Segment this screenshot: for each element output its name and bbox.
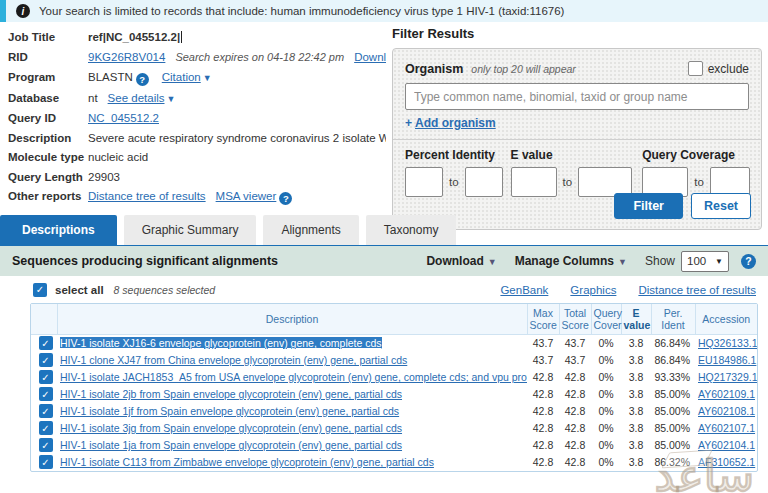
row-checkbox[interactable]: ✓: [39, 336, 53, 350]
tab-alignments[interactable]: Alignments: [263, 215, 358, 245]
sequence-description-link[interactable]: HIV-1 isolate 3jg from Spain envelope gl…: [60, 422, 402, 434]
query-cover-value: 0%: [591, 403, 621, 420]
description-label: Description: [8, 129, 88, 149]
accession-link[interactable]: AY602109.1: [698, 388, 755, 400]
query-cover-value: 0%: [591, 335, 621, 352]
accession-link[interactable]: HQ326133.1: [698, 337, 757, 349]
header-description[interactable]: Description: [57, 304, 527, 335]
total-score-value: 42.8: [559, 437, 591, 454]
max-score-value: 42.8: [527, 437, 559, 454]
e-value: 3.8: [621, 369, 651, 386]
header-max-score[interactable]: Max Score: [527, 304, 559, 335]
row-checkbox[interactable]: ✓: [39, 387, 53, 401]
other-reports-row: Other reports Distance tree of resultsMS…: [8, 187, 386, 207]
program-value: BLASTN: [88, 71, 133, 83]
sequence-description-link[interactable]: HIV-1 isolate JACH1853_A5 from USA envel…: [60, 371, 527, 383]
row-checkbox[interactable]: ✓: [39, 438, 53, 452]
show-count-select[interactable]: 100▼: [681, 251, 729, 272]
table-row: ✓ HIV-1 isolate XJ16-6 envelope glycopro…: [31, 335, 757, 352]
results-title: Sequences producing significant alignmen…: [12, 254, 278, 268]
selection-count: 8 sequences selected: [114, 284, 216, 296]
msa-viewer-link[interactable]: MSA viewer: [216, 190, 277, 202]
results-toolbar: Sequences producing significant alignmen…: [0, 246, 768, 276]
header-e-value[interactable]: E value: [621, 304, 651, 335]
sequence-description-link[interactable]: HIV-1 isolate 2jb from Spain envelope gl…: [60, 388, 402, 400]
table-row: ✓ HIV-1 isolate JACH1853_A5 from USA env…: [31, 369, 757, 386]
accession-link[interactable]: AF310652.1: [698, 456, 755, 468]
e-value: 3.8: [621, 335, 651, 352]
row-checkbox[interactable]: ✓: [39, 421, 53, 435]
e-value: 3.8: [621, 403, 651, 420]
query-id-link[interactable]: NC_045512.2: [88, 112, 159, 124]
table-row: ✓ HIV-1 isolate 2jb from Spain envelope …: [31, 386, 757, 403]
distance-tree-link[interactable]: Distance tree of results: [88, 190, 206, 202]
tab-taxonomy[interactable]: Taxonomy: [366, 215, 457, 245]
table-row: ✓ HIV-1 clone XJ47 from China envelope g…: [31, 352, 757, 369]
download-menu[interactable]: Download▼: [426, 254, 496, 268]
add-organism-link[interactable]: +Add organism: [405, 116, 496, 130]
exclude-checkbox[interactable]: [688, 61, 703, 76]
accession-link[interactable]: AY602108.1: [698, 405, 755, 417]
accession-link[interactable]: AY602107.1: [698, 422, 755, 434]
tab-graphic-summary[interactable]: Graphic Summary: [124, 215, 257, 245]
header-per-ident[interactable]: Per. Ident: [651, 304, 695, 335]
row-checkbox[interactable]: ✓: [39, 455, 53, 469]
job-title-value[interactable]: ref|NC_045512.2|: [88, 28, 182, 48]
row-checkbox[interactable]: ✓: [39, 353, 53, 367]
percent-identity-max-input[interactable]: [465, 167, 503, 197]
query-length-value: 29903: [88, 168, 120, 188]
results-table-body: ✓ HIV-1 isolate XJ16-6 envelope glycopro…: [31, 335, 757, 471]
job-title-row: Job Title ref|NC_045512.2|: [8, 28, 386, 48]
query-cover-value: 0%: [591, 437, 621, 454]
table-header-row: Description Max Score Total Score Query …: [31, 304, 757, 335]
accession-link[interactable]: AY602104.1: [698, 439, 755, 451]
help-icon[interactable]: ?: [136, 73, 149, 86]
total-score-value: 42.8: [559, 369, 591, 386]
help-icon[interactable]: ?: [741, 254, 756, 269]
query-cover-value: 0%: [591, 386, 621, 403]
total-score-value: 43.7: [559, 335, 591, 352]
total-score-value: 42.8: [559, 454, 591, 471]
row-checkbox[interactable]: ✓: [39, 404, 53, 418]
rid-link[interactable]: 9KG26R8V014: [88, 51, 165, 63]
accession-link[interactable]: EU184986.1: [698, 354, 756, 366]
sequence-description-link[interactable]: HIV-1 isolate XJ16-6 envelope glycoprote…: [60, 337, 382, 349]
citation-link[interactable]: Citation: [162, 71, 201, 83]
evalue-label: E value: [511, 148, 633, 162]
sequence-description-link[interactable]: HIV-1 isolate C113 from Zimbabwe envelop…: [60, 456, 434, 468]
sequence-description-link[interactable]: HIV-1 clone XJ47 from China envelope gly…: [60, 354, 407, 366]
organism-input[interactable]: [405, 83, 749, 110]
tab-descriptions[interactable]: Descriptions: [0, 215, 117, 245]
query-length-label: Query Length: [8, 168, 88, 188]
to-label: to: [449, 176, 459, 188]
help-icon[interactable]: ?: [279, 192, 292, 205]
max-score-value: 42.8: [527, 369, 559, 386]
sequence-description-link[interactable]: HIV-1 isolate 1ja from Spain envelope gl…: [60, 439, 402, 451]
header-query-cover[interactable]: Query Cover: [591, 304, 621, 335]
row-checkbox[interactable]: ✓: [39, 370, 53, 384]
download-all-link[interactable]: Download All: [354, 51, 386, 63]
select-all-checkbox[interactable]: ✓: [33, 283, 47, 297]
organism-hint: only top 20 will appear: [471, 63, 575, 75]
percent-identity-group: Percent Identity to: [405, 148, 503, 197]
per-ident-value: 85.00%: [651, 386, 695, 403]
sequence-description-link[interactable]: HIV-1 isolate 1jf from Spain envelope gl…: [60, 405, 399, 417]
manage-columns-menu[interactable]: Manage Columns▼: [515, 254, 627, 268]
per-ident-value: 85.00%: [651, 437, 695, 454]
query-id-label: Query ID: [8, 109, 88, 129]
per-ident-value: 86.84%: [651, 335, 695, 352]
genbank-link[interactable]: GenBank: [500, 284, 548, 296]
see-details-link[interactable]: See details: [108, 92, 165, 104]
evalue-min-input[interactable]: [511, 167, 557, 197]
table-row: ✓ HIV-1 isolate 3jg from Spain envelope …: [31, 420, 757, 437]
header-total-score[interactable]: Total Score: [559, 304, 591, 335]
alignments-table: Description Max Score Total Score Query …: [31, 304, 757, 471]
per-ident-value: 86.32%: [651, 454, 695, 471]
distance-tree-results-link[interactable]: Distance tree of results: [638, 284, 756, 296]
accession-link[interactable]: HQ217329.1: [698, 371, 757, 383]
percent-identity-min-input[interactable]: [405, 167, 443, 197]
max-score-value: 42.8: [527, 420, 559, 437]
header-accession[interactable]: Accession: [695, 304, 757, 335]
graphics-link[interactable]: Graphics: [570, 284, 616, 296]
per-ident-value: 93.33%: [651, 369, 695, 386]
